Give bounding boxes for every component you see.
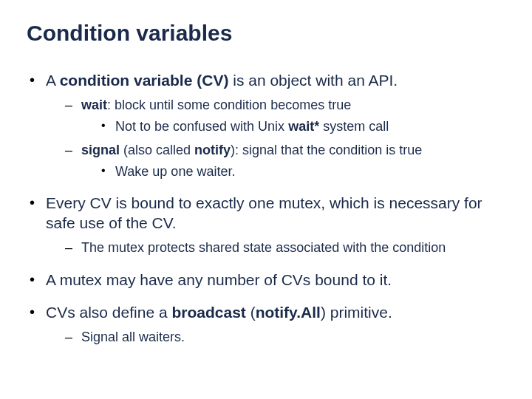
bold-text: wait [81,98,107,112]
bold-text: signal [81,143,120,157]
bullet-list: A condition variable (CV) is an object w… [27,71,505,347]
bold-text: wait* [288,119,319,134]
sub-bullet: wait: block until some condition becomes… [62,97,505,136]
sub-list: The mutex protects shared state associat… [46,239,505,256]
text: Not to be confused with Unix [115,119,288,134]
sub-sub-bullet: Not to be confused with Unix wait* syste… [99,118,505,135]
text: ) primitive. [321,304,392,321]
sub-sub-bullet: Wake up one waiter. [99,163,505,180]
text: system call [319,119,389,134]
bold-text: notify [194,143,231,157]
sub-bullet: signal (also called notify): signal that… [62,142,505,181]
sub-bullet: The mutex protects shared state associat… [62,239,505,256]
bold-text: notify.All [256,304,321,321]
text: ): signal that the condition is true [231,143,422,157]
bold-text: condition variable (CV) [60,72,229,89]
bullet-2: Every CV is bound to exactly one mutex, … [27,194,505,256]
text: CVs also define a [46,304,171,321]
slide: Condition variables A condition variable… [0,0,532,399]
bullet-1: A condition variable (CV) is an object w… [27,71,505,180]
slide-title: Condition variables [27,21,505,46]
bullet-3: A mutex may have any number of CVs bound… [27,270,505,290]
sub-bullet: Signal all waiters. [62,329,505,346]
sub-sub-list: Not to be confused with Unix wait* syste… [81,118,505,135]
text: ( [246,304,256,321]
text: Signal all waiters. [81,330,185,344]
text: is an object with an API. [228,72,398,89]
text: : block until some condition becomes tru… [107,98,351,112]
sub-list: Signal all waiters. [46,329,505,346]
sub-list: wait: block until some condition becomes… [46,97,505,181]
text: A mutex may have any number of CVs bound… [46,271,392,288]
text: (also called [120,143,194,157]
bold-text: broadcast [171,304,245,321]
text: The mutex protects shared state associat… [81,240,446,255]
bullet-4: CVs also define a broadcast (notify.All)… [27,303,505,346]
text: Every CV is bound to exactly one mutex, … [46,194,482,231]
text: A [46,72,60,89]
text: Wake up one waiter. [115,164,235,179]
sub-sub-list: Wake up one waiter. [81,163,505,180]
